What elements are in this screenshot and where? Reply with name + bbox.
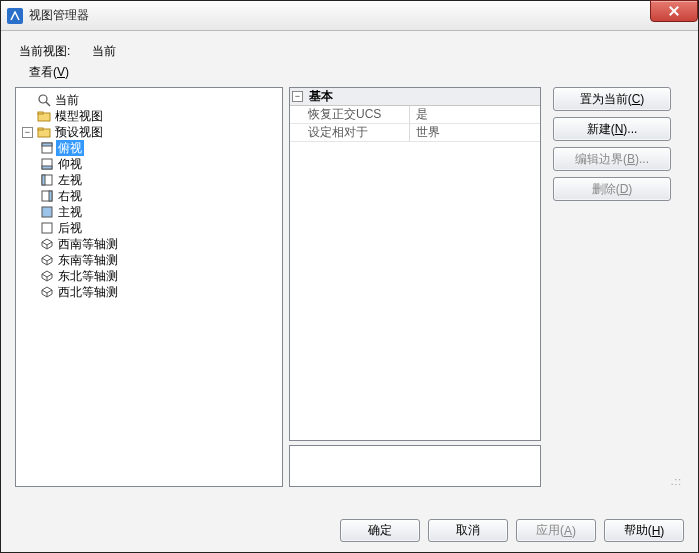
- dialog-body: 当前视图: 当前 查看(V) 当前: [1, 31, 698, 552]
- tree-node-ne-iso[interactable]: 东北等轴测: [40, 268, 280, 284]
- set-current-button[interactable]: 置为当前(C): [553, 87, 671, 111]
- app-icon: [7, 8, 23, 24]
- svg-rect-9: [42, 166, 52, 169]
- svg-rect-13: [49, 191, 52, 201]
- current-view-row: 当前视图: 当前: [15, 43, 684, 60]
- magnifier-icon: [37, 93, 51, 107]
- iso-view-icon: [40, 269, 54, 283]
- properties-pane: − 基本 恢复正交UCS 是 设定相对于 世界: [289, 87, 541, 487]
- property-row[interactable]: 恢复正交UCS 是: [290, 106, 540, 124]
- collapse-icon[interactable]: −: [22, 127, 33, 138]
- folder-icon: [37, 109, 51, 123]
- current-view-value: 当前: [92, 43, 116, 60]
- resize-grip-icon: .::: [553, 476, 684, 487]
- current-view-label: 当前视图:: [19, 43, 70, 60]
- property-value[interactable]: 世界: [410, 124, 540, 141]
- help-button[interactable]: 帮助(H): [604, 519, 684, 542]
- svg-rect-3: [38, 112, 43, 114]
- tree-node-sw-iso[interactable]: 西南等轴测: [40, 236, 280, 252]
- close-button[interactable]: [650, 0, 698, 22]
- property-key: 恢复正交UCS: [290, 106, 410, 123]
- view-tree[interactable]: 当前 模型视图 −: [15, 87, 283, 487]
- iso-view-icon: [40, 237, 54, 251]
- titlebar: 视图管理器: [1, 1, 698, 31]
- tree-node-left-view[interactable]: 左视: [40, 172, 280, 188]
- collapse-icon[interactable]: −: [292, 91, 303, 102]
- tree-node-back-view[interactable]: 后视: [40, 220, 280, 236]
- cancel-button[interactable]: 取消: [428, 519, 508, 542]
- ortho-view-icon: [40, 157, 54, 171]
- ortho-view-icon: [40, 205, 54, 219]
- edit-bounds-button: 编辑边界(B)...: [553, 147, 671, 171]
- folder-icon: [37, 125, 51, 139]
- svg-marker-18: [42, 255, 52, 261]
- tree-node-current[interactable]: 当前: [22, 92, 280, 108]
- svg-rect-7: [42, 143, 52, 146]
- svg-marker-20: [42, 271, 52, 277]
- tree-node-se-iso[interactable]: 东南等轴测: [40, 252, 280, 268]
- svg-rect-14: [42, 207, 52, 217]
- dialog-window: 视图管理器 当前视图: 当前 查看(V): [0, 0, 699, 553]
- selected-view-label: 俯视: [56, 140, 84, 156]
- delete-button: 删除(D): [553, 177, 671, 201]
- property-value[interactable]: 是: [410, 106, 540, 123]
- properties-grid[interactable]: − 基本 恢复正交UCS 是 设定相对于 世界: [289, 87, 541, 441]
- svg-rect-15: [42, 223, 52, 233]
- ortho-view-icon: [40, 141, 54, 155]
- property-category-row[interactable]: − 基本: [290, 88, 540, 106]
- tree-node-right-view[interactable]: 右视: [40, 188, 280, 204]
- dialog-button-row: 确定 取消 应用(A) 帮助(H): [340, 519, 684, 542]
- svg-marker-16: [42, 239, 52, 245]
- tree-node-model-views[interactable]: 模型视图: [22, 108, 280, 124]
- ortho-view-icon: [40, 221, 54, 235]
- tree-node-preset-views[interactable]: − 预设视图: [22, 124, 280, 140]
- tree-node-bottom-view[interactable]: 仰视: [40, 156, 280, 172]
- side-button-pane: 置为当前(C) 新建(N)... 编辑边界(B)... 删除(D) .::: [547, 87, 684, 487]
- apply-button: 应用(A): [516, 519, 596, 542]
- main-columns: 当前 模型视图 −: [15, 87, 684, 487]
- svg-line-1: [46, 102, 50, 106]
- ortho-view-icon: [40, 189, 54, 203]
- window-title: 视图管理器: [29, 7, 89, 24]
- ok-button[interactable]: 确定: [340, 519, 420, 542]
- tree-node-top-view[interactable]: 俯视: [40, 140, 280, 156]
- svg-point-0: [39, 95, 47, 103]
- svg-marker-22: [42, 287, 52, 293]
- property-key: 设定相对于: [290, 124, 410, 141]
- iso-view-icon: [40, 285, 54, 299]
- svg-rect-5: [38, 128, 43, 130]
- iso-view-icon: [40, 253, 54, 267]
- ortho-view-icon: [40, 173, 54, 187]
- view-menu[interactable]: 查看(V): [15, 64, 684, 81]
- svg-rect-11: [42, 175, 45, 185]
- tree-node-nw-iso[interactable]: 西北等轴测: [40, 284, 280, 300]
- property-category-label: 基本: [309, 88, 333, 105]
- property-row[interactable]: 设定相对于 世界: [290, 124, 540, 142]
- close-icon: [669, 6, 679, 16]
- property-description-box: [289, 445, 541, 487]
- new-button[interactable]: 新建(N)...: [553, 117, 671, 141]
- tree-node-front-view[interactable]: 主视: [40, 204, 280, 220]
